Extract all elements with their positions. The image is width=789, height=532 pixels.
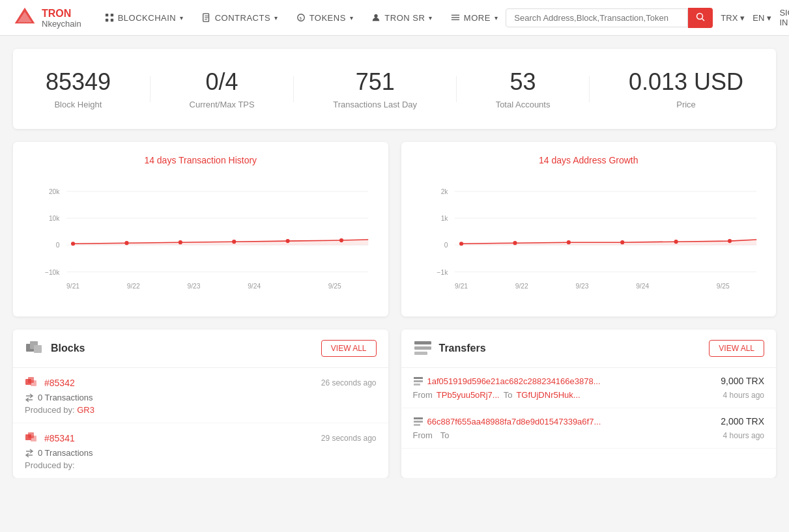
navbar-right: TRX ▾ EN ▾ SIGN IN ▾ (506, 8, 789, 28)
nav-contracts[interactable]: CONTRACTS ▾ (194, 8, 286, 28)
block-item-2-id[interactable]: #85341 (44, 433, 75, 443)
tokens-caret: ▾ (350, 14, 354, 21)
svg-text:9/22: 9/22 (515, 283, 528, 290)
svg-rect-73 (414, 424, 420, 426)
svg-text:9/23: 9/23 (575, 283, 588, 290)
contracts-icon (202, 13, 211, 22)
tron-logo-icon (13, 6, 36, 29)
svg-rect-64 (31, 436, 36, 441)
transfers-list-icon (413, 339, 433, 358)
transfers-title: Transfers (439, 343, 486, 354)
blockchain-caret: ▾ (180, 14, 184, 21)
svg-text:9/21: 9/21 (455, 283, 468, 290)
svg-rect-15 (452, 20, 459, 20)
search-wrapper (506, 8, 713, 28)
nav-tokens[interactable]: $ TOKENS ▾ (289, 8, 362, 28)
tps-label: Current/Max TPS (190, 100, 255, 109)
lists-row: Blocks VIEW ALL #85342 26 seconds ago (13, 329, 776, 478)
transactions-value: 751 (333, 68, 417, 96)
svg-text:9/21: 9/21 (66, 283, 79, 290)
addr-chart-title: 14 days Address Growth (414, 155, 764, 165)
block-item-2-top: #85341 29 seconds ago (25, 431, 377, 445)
stat-transactions: 751 Transactions Last Day (333, 68, 417, 109)
more-caret: ▾ (495, 14, 498, 21)
blocks-card: Blocks VIEW ALL #85342 26 seconds ago (13, 329, 388, 478)
svg-text:0: 0 (444, 242, 448, 249)
tps-value: 0/4 (190, 68, 255, 96)
transfer-item-1-from[interactable]: TPb5yuu5oRj7... (437, 390, 500, 400)
tx-chart-area: 20k 10k 0 −10k 9/21 9/22 9/23 9/24 (26, 173, 375, 303)
transfers-card: Transfers VIEW ALL 1af051919d596e21ac682… (401, 329, 777, 478)
addr-chart-area: 2k 1k 0 −1k 9/21 9/22 9/23 9/24 (414, 173, 764, 303)
blocks-view-all[interactable]: VIEW ALL (321, 340, 377, 357)
search-button[interactable] (688, 8, 713, 28)
tx-chart-svg: 20k 10k 0 −10k 9/21 9/22 9/23 9/24 (26, 173, 375, 303)
blocks-list-icon (25, 339, 44, 358)
trx-dropdown[interactable]: TRX ▾ (721, 13, 745, 23)
svg-point-45 (459, 242, 463, 245)
transfer-item-1-hash[interactable]: 1af051919d596e21ac682c288234166e3878... (427, 376, 601, 386)
tx-arrows-icon-2 (25, 449, 34, 458)
transfer-item-2-top: 66c887f655aa48988fa7d8e9d01547339a6f7...… (413, 416, 765, 427)
block-item-1-id[interactable]: #85342 (44, 378, 75, 388)
block-height-label: Block Height (46, 100, 111, 109)
stat-price: 0.013 USD Price (629, 68, 743, 109)
price-label: Price (629, 100, 743, 109)
logo-brand: TRON (42, 8, 81, 20)
block-item-2-sub: 0 Transactions (25, 448, 377, 458)
block-item-2-time: 29 seconds ago (321, 434, 377, 443)
block-item-1-producer-link[interactable]: GR3 (77, 405, 94, 415)
blocks-title: Blocks (51, 343, 85, 354)
svg-rect-68 (414, 377, 423, 379)
sign-in-button[interactable]: SIGN IN ▾ (779, 8, 789, 27)
transfer-item-2: 66c887f655aa48988fa7d8e9d01547339a6f7...… (401, 408, 777, 449)
svg-point-12 (375, 14, 378, 18)
nav-more[interactable]: MORE ▾ (443, 8, 506, 28)
svg-point-30 (286, 239, 290, 243)
search-icon (696, 12, 705, 21)
svg-text:−10k: −10k (45, 269, 60, 276)
svg-rect-5 (110, 19, 113, 21)
svg-point-16 (697, 13, 703, 19)
search-input[interactable] (506, 8, 688, 27)
svg-point-26 (71, 242, 75, 245)
nav-tron-sr[interactable]: TRON SR ▾ (364, 8, 440, 28)
logo[interactable]: TRON Nkeychain (13, 6, 81, 29)
transactions-label: Transactions Last Day (333, 100, 417, 109)
svg-rect-72 (414, 421, 423, 423)
block-icon-1 (25, 376, 39, 390)
block-height-value: 85349 (46, 68, 111, 96)
transfer-item-1-to[interactable]: TGfUjDNr5Huk... (516, 390, 580, 400)
block-item-1-top: #85342 26 seconds ago (25, 376, 377, 390)
svg-rect-2 (106, 14, 108, 16)
transfer-item-1-amount: 9,000 TRX (721, 376, 764, 386)
svg-text:9/22: 9/22 (127, 283, 140, 290)
block-item-1-time: 26 seconds ago (321, 378, 377, 387)
language-dropdown[interactable]: EN ▾ (753, 13, 771, 23)
transfer-item-1-bottom: From TPb5yuu5oRj7... To TGfUjDNr5Huk... … (413, 390, 765, 400)
stat-divider-2 (293, 76, 294, 102)
svg-rect-71 (414, 417, 423, 419)
svg-point-31 (339, 238, 343, 242)
tx-arrows-icon-1 (25, 393, 34, 402)
transfer-item-2-hash[interactable]: 66c887f655aa48988fa7d8e9d01547339a6f7... (427, 417, 601, 427)
transfer-item-2-amount: 2,000 TRX (721, 416, 764, 427)
navbar: TRON Nkeychain BLOCKCHAIN ▾ CONTRACTS ▾ … (0, 0, 789, 36)
svg-text:9/23: 9/23 (187, 283, 200, 290)
block-item-1-sub: 0 Transactions (25, 393, 377, 402)
transfer-item-2-bottom: From To 4 hours ago (413, 430, 765, 440)
svg-point-47 (566, 240, 570, 244)
stat-tps: 0/4 Current/Max TPS (190, 68, 255, 109)
svg-rect-3 (110, 14, 113, 16)
contracts-caret: ▾ (274, 14, 278, 21)
svg-text:9/24: 9/24 (636, 283, 649, 290)
logo-subtitle: Nkeychain (42, 20, 81, 28)
svg-point-29 (232, 240, 236, 244)
tron-sr-icon (371, 13, 380, 22)
transfers-view-all[interactable]: VIEW ALL (709, 340, 764, 357)
block-item-2: #85341 29 seconds ago 0 Transactions Pro… (13, 423, 388, 478)
more-icon (451, 13, 460, 22)
svg-point-46 (513, 241, 517, 245)
nav-blockchain[interactable]: BLOCKCHAIN ▾ (97, 8, 192, 28)
stat-divider-3 (456, 76, 457, 102)
